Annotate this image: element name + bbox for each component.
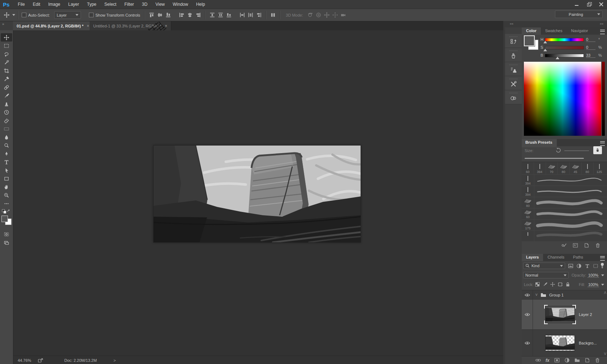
chevron-down-icon[interactable] <box>601 284 604 286</box>
menu-file[interactable]: File <box>14 2 29 7</box>
lock-pixels-icon[interactable] <box>542 282 548 287</box>
tool-rectangle-shape[interactable] <box>1 174 12 183</box>
visibility-cell[interactable] <box>522 290 533 300</box>
minimize-icon[interactable] <box>574 2 579 6</box>
brush-preset-row[interactable] <box>522 230 607 242</box>
brush-preset-row[interactable]: 394 <box>522 186 607 197</box>
menu-filter[interactable]: Filter <box>120 2 138 7</box>
menu-type[interactable]: Type <box>83 2 100 7</box>
scroll-up-icon[interactable]: ᐱ <box>604 291 606 295</box>
align-top-edges-icon[interactable] <box>148 12 155 18</box>
toggle-stroke-preview-icon[interactable] <box>561 243 567 248</box>
distribute-horizontal-centers-icon[interactable] <box>247 12 254 18</box>
add-layer-mask-icon[interactable] <box>554 358 560 363</box>
align-right-edges-icon[interactable] <box>195 12 201 18</box>
new-layer-icon[interactable] <box>585 358 590 363</box>
history-panel-button[interactable] <box>505 34 522 48</box>
show-transform-checkbox[interactable] <box>89 13 94 17</box>
tool-crop[interactable] <box>1 66 12 75</box>
toolbar-collapse-chip[interactable]: » <box>0 21 13 30</box>
brush-preset-row[interactable]: 175 <box>522 219 607 231</box>
screen-mode-button[interactable] <box>1 238 12 247</box>
align-bottom-edges-icon[interactable] <box>165 12 171 18</box>
export-icon[interactable] <box>38 358 43 363</box>
adjustment-layer-icon[interactable] <box>564 358 570 363</box>
3d-slide-icon[interactable] <box>332 12 338 18</box>
distribute-bottom-edges-icon[interactable] <box>226 12 232 18</box>
swap-colors-icon[interactable] <box>7 209 11 213</box>
tool-dodge[interactable] <box>1 141 12 150</box>
distribute-right-edges-icon[interactable] <box>256 12 262 18</box>
lock-transparency-icon[interactable] <box>535 282 540 287</box>
menu-layer[interactable]: Layer <box>64 2 83 7</box>
layer-name[interactable]: Backgro... <box>579 341 597 345</box>
menu-help[interactable]: Help <box>192 2 209 7</box>
distribute-spacing-icon[interactable] <box>270 12 276 18</box>
layer-row-group1[interactable]: ᐯ Group 1 <box>522 290 607 300</box>
panel-menu-icon[interactable] <box>600 141 605 146</box>
brush-size-slider[interactable] <box>525 158 584 159</box>
menu-view[interactable]: View <box>151 2 169 7</box>
tool-path-selection[interactable] <box>1 166 12 174</box>
lock-all-icon[interactable] <box>565 282 571 287</box>
canvas-area[interactable] <box>13 30 503 356</box>
lock-artboard-icon[interactable] <box>558 282 563 287</box>
panel-menu-icon[interactable] <box>600 256 605 261</box>
preset-view-icon[interactable] <box>573 243 578 248</box>
opacity-value[interactable]: 100% <box>587 273 599 278</box>
menu-edit[interactable]: Edit <box>29 2 44 7</box>
brightness-value[interactable]: 33 <box>586 53 595 58</box>
collapse-panels-icon[interactable]: »» <box>600 22 603 26</box>
document-tab-01psd[interactable]: 01.psd @ 44.8% (Layer 2, RGB/8#) * × <box>13 21 93 30</box>
distribute-left-edges-icon[interactable] <box>239 12 245 18</box>
brush-preset[interactable]: 45 <box>569 162 582 174</box>
saturation-value[interactable]: 0 <box>586 45 595 50</box>
tab-navigator[interactable]: Navigator <box>567 27 592 35</box>
tab-paths[interactable]: Paths <box>569 254 587 261</box>
quick-mask-button[interactable] <box>1 230 12 238</box>
hue-slider-thumb[interactable] <box>543 41 547 43</box>
open-brush-panel-button[interactable] <box>593 146 602 154</box>
hue-value[interactable]: 0 <box>586 37 595 42</box>
tab-channels[interactable]: Channels <box>543 254 568 261</box>
auto-select-target-dropdown[interactable]: Layer <box>54 11 81 19</box>
distribute-vertical-centers-icon[interactable] <box>218 12 224 18</box>
layer-thumbnail[interactable] <box>546 335 574 351</box>
auto-select-checkbox[interactable] <box>22 13 26 17</box>
tool-zoom[interactable] <box>1 191 12 199</box>
tool-clone-stamp[interactable] <box>1 100 12 108</box>
tool-presets-panel-button[interactable] <box>505 48 522 62</box>
tool-brush[interactable] <box>1 91 12 100</box>
close-icon[interactable] <box>599 2 603 6</box>
tab-close-icon[interactable]: × <box>87 23 89 29</box>
hue-slider[interactable] <box>545 38 584 42</box>
document-canvas[interactable] <box>153 145 361 243</box>
filter-type-layers-icon[interactable] <box>585 263 590 269</box>
menu-window[interactable]: Window <box>169 2 192 7</box>
3d-camera-icon[interactable] <box>340 12 346 18</box>
layer-style-button[interactable]: fx <box>546 358 550 363</box>
hue-ramp-strip[interactable] <box>602 62 605 136</box>
visibility-cell[interactable] <box>522 329 533 356</box>
brush-preset[interactable]: 394 <box>534 162 546 174</box>
tool-edit-toolbar[interactable] <box>1 199 12 208</box>
filter-adjustment-layers-icon[interactable] <box>576 263 582 269</box>
document-tab-untitled1[interactable]: Untitled-1 @ 33.3% (Layer 2, RGB/8) * × <box>90 21 171 30</box>
status-flyout-chevron[interactable]: > <box>113 358 116 363</box>
tool-pen[interactable] <box>1 150 12 158</box>
3d-roll-icon[interactable] <box>315 12 322 18</box>
filter-pixel-layers-icon[interactable] <box>568 263 573 269</box>
group-name[interactable]: Group 1 <box>549 293 564 297</box>
tool-preset-chevron-icon[interactable] <box>12 14 15 16</box>
new-group-icon[interactable] <box>574 358 580 363</box>
tab-color[interactable]: Color <box>522 27 541 35</box>
tool-spot-healing-brush[interactable] <box>1 83 12 91</box>
menu-3d[interactable]: 3D <box>138 2 151 7</box>
brush-preset[interactable]: 60 <box>522 162 534 174</box>
align-vertical-centers-icon[interactable] <box>157 12 163 18</box>
tool-gradient[interactable] <box>1 125 12 133</box>
layer-row-background[interactable]: Backgro... <box>522 329 607 356</box>
reset-brush-icon[interactable] <box>555 147 561 153</box>
tool-eraser[interactable] <box>1 116 12 125</box>
brush-preset[interactable]: 70 <box>546 162 558 174</box>
